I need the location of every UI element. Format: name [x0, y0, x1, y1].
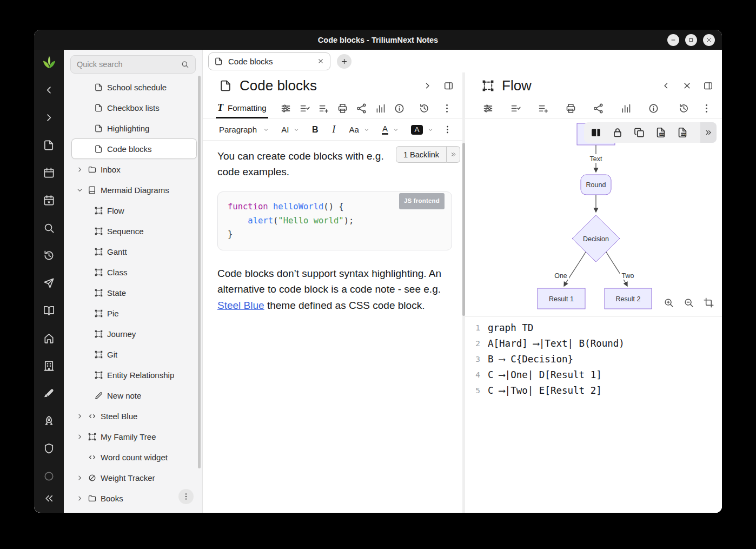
- maximize-button[interactable]: [685, 34, 697, 46]
- list-check-icon[interactable]: [299, 103, 310, 114]
- note-type-icon[interactable]: [219, 79, 233, 92]
- tree-item-weight-tracker[interactable]: Weight Tracker: [71, 467, 197, 488]
- tree-item-checkbox-lists[interactable]: Checkbox lists: [71, 97, 197, 118]
- launcher-calendar-button[interactable]: [42, 166, 56, 180]
- copy-image-icon[interactable]: [633, 127, 645, 138]
- tree-item-highlighting[interactable]: Highlighting: [71, 118, 197, 138]
- launcher-chevron-right-button[interactable]: [42, 110, 56, 124]
- mermaid-type-icon[interactable]: [481, 79, 495, 92]
- tree-item-gantt[interactable]: Gantt: [71, 241, 197, 262]
- tree-options-button[interactable]: [178, 489, 194, 504]
- toggle-preview-panel-icon[interactable]: [590, 127, 602, 138]
- tree-item-mermaid-diagrams[interactable]: Mermaid Diagrams: [71, 180, 197, 200]
- tree-item-code-blocks[interactable]: Code blocks: [71, 138, 197, 159]
- launcher-book-button[interactable]: [42, 303, 56, 318]
- printer-icon[interactable]: [565, 103, 576, 114]
- mermaid-source[interactable]: 1graph TD2A[Hard] ⟶|Text| B(Round)3B ⟶ C…: [465, 316, 722, 513]
- italic-button[interactable]: I: [327, 122, 341, 137]
- launcher-building-button[interactable]: [42, 359, 56, 373]
- code-block[interactable]: JS frontend function helloWorld() { aler…: [217, 191, 452, 250]
- launcher-circle-button[interactable]: [42, 469, 56, 483]
- tree-item-git[interactable]: Git: [71, 344, 197, 365]
- zoom-in-icon[interactable]: [663, 297, 674, 308]
- tree-item-my-family-tree[interactable]: My Family Tree: [71, 426, 197, 447]
- font-size-dropdown[interactable]: Aa: [346, 123, 373, 136]
- paragraph-style-select[interactable]: Paragraph: [216, 123, 273, 136]
- editor-line[interactable]: 5C ⟶|Two| E[Result 2]: [473, 383, 717, 399]
- editor-line[interactable]: 3B ⟶ C{Decision}: [473, 352, 717, 367]
- tree-item-entity-relationship[interactable]: Entity Relationship: [71, 365, 197, 385]
- trilium-logo[interactable]: [42, 55, 56, 69]
- bar-chart-icon[interactable]: [375, 103, 386, 114]
- launcher-recent-changes-button[interactable]: [42, 248, 56, 262]
- info-icon[interactable]: [394, 103, 405, 114]
- titlebar[interactable]: Code blocks - TriliumNext Notes: [34, 30, 722, 50]
- kebab-icon[interactable]: [701, 103, 712, 114]
- search-input[interactable]: [77, 60, 181, 69]
- zoom-out-icon[interactable]: [683, 297, 694, 308]
- info-icon[interactable]: [648, 103, 659, 114]
- launcher-home-button[interactable]: [42, 331, 56, 345]
- close-button[interactable]: [703, 34, 715, 46]
- chevron-right-icon[interactable]: [76, 474, 84, 482]
- steel-blue-link[interactable]: Steel Blue: [217, 300, 264, 311]
- chevron-right-icon[interactable]: [76, 412, 84, 420]
- tree-scrollbar[interactable]: [198, 76, 201, 468]
- editor-line[interactable]: 2A[Hard] ⟶|Text| B(Round): [473, 336, 717, 352]
- sliders-icon[interactable]: [482, 103, 494, 114]
- tree-item-inbox[interactable]: Inbox: [71, 159, 197, 180]
- tree-item-state[interactable]: State: [71, 282, 197, 303]
- new-tab-button[interactable]: [337, 54, 352, 69]
- backlink-count-button[interactable]: 1 Backlink: [396, 146, 447, 163]
- chevron-right-button[interactable]: [422, 81, 433, 91]
- toggle-right-panel-button[interactable]: [443, 81, 454, 91]
- editor-line[interactable]: 4C ⟶|One| D[Result 1]: [473, 367, 717, 383]
- collapse-launcher-button[interactable]: [42, 491, 56, 505]
- tree-item-word-count-widget[interactable]: Word count widget: [71, 447, 197, 467]
- highlight-color-dropdown[interactable]: A: [408, 123, 437, 137]
- font-color-dropdown[interactable]: A: [379, 122, 402, 137]
- tree-item-flow[interactable]: Flow: [71, 200, 197, 221]
- launcher-calendar-event-button[interactable]: [42, 193, 56, 207]
- list-plus-icon[interactable]: [538, 103, 549, 114]
- close-pane-button[interactable]: [682, 81, 692, 91]
- launcher-send-button[interactable]: [42, 276, 56, 290]
- history-icon[interactable]: [678, 103, 689, 114]
- launcher-shield-button[interactable]: [42, 441, 56, 455]
- bar-chart-icon[interactable]: [620, 103, 632, 114]
- list-plus-icon[interactable]: [318, 103, 329, 114]
- toolbar-overflow-button[interactable]: [700, 122, 717, 143]
- tree-item-school-schedule[interactable]: School schedule: [71, 77, 197, 97]
- chevron-left-button[interactable]: [661, 81, 671, 91]
- ai-dropdown[interactable]: AI: [278, 123, 303, 136]
- launcher-brush-button[interactable]: [42, 386, 56, 400]
- toggle-right-panel-button[interactable]: [703, 81, 713, 91]
- export-png-icon[interactable]: PNG: [677, 127, 688, 138]
- launcher-rocket-button[interactable]: [42, 414, 56, 428]
- launcher-new-note-button[interactable]: [42, 138, 56, 152]
- kebab-icon[interactable]: [441, 103, 453, 114]
- bold-button[interactable]: B: [308, 122, 322, 137]
- tree-item-books[interactable]: Books: [71, 488, 197, 508]
- editor-line[interactable]: 1graph TD: [473, 320, 717, 336]
- tab-code-blocks[interactable]: Code blocks: [208, 52, 330, 70]
- minimize-button[interactable]: [667, 34, 679, 46]
- tree-item-steel-blue[interactable]: Steel Blue: [71, 406, 197, 426]
- chevron-down-icon[interactable]: [76, 186, 84, 194]
- history-icon[interactable]: [419, 103, 430, 114]
- tree-item-class[interactable]: Class: [71, 262, 197, 282]
- launcher-search-button[interactable]: [42, 221, 56, 235]
- tree-item-sequence[interactable]: Sequence: [71, 221, 197, 241]
- reset-zoom-icon[interactable]: [703, 297, 714, 308]
- printer-icon[interactable]: [337, 103, 348, 114]
- chevron-right-icon[interactable]: [76, 494, 84, 502]
- share-icon[interactable]: [593, 103, 604, 114]
- note-content[interactable]: You can create code blocks with e.g. cod…: [203, 141, 462, 513]
- list-check-icon[interactable]: [510, 103, 521, 114]
- tree-item-new-note[interactable]: New note: [71, 385, 197, 406]
- chevron-right-icon[interactable]: [76, 433, 84, 441]
- tab-formatting[interactable]: T Formatting: [216, 98, 268, 118]
- tab-close-icon[interactable]: [317, 57, 324, 65]
- tree-item-journey[interactable]: Journey: [71, 323, 197, 344]
- launcher-chevron-left-button[interactable]: [42, 83, 56, 97]
